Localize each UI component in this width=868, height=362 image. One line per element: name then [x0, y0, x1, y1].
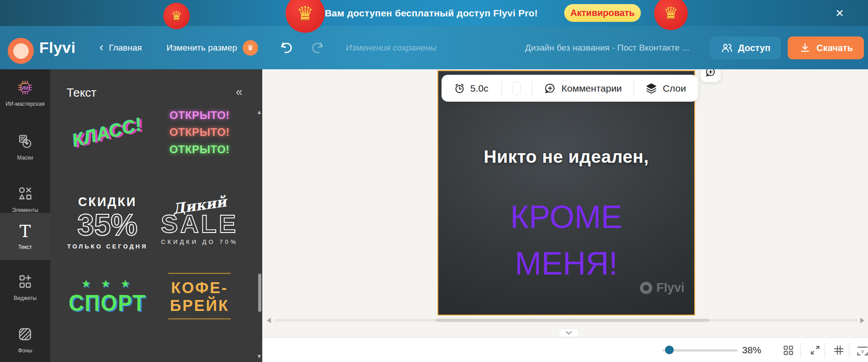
canvas-text-purple[interactable]: КРОМЕ	[438, 199, 694, 235]
bottom-bar-divider	[800, 342, 801, 358]
widgets-icon	[16, 273, 34, 291]
download-label: Скачать	[816, 43, 853, 53]
sidebar-item-masks[interactable]: Маски	[0, 125, 50, 168]
redo-button[interactable]	[309, 26, 326, 69]
bottom-bar: 38% 0	[262, 337, 868, 362]
sidebar-item-label: Элементы	[12, 207, 38, 213]
pages-grid-icon[interactable]	[782, 344, 795, 357]
crown-icon: ♛	[654, 0, 688, 30]
ai-chip-icon: ИИ	[16, 78, 34, 97]
tools-sidebar: ИИ ИИ-мастерская Маски Элементы	[0, 69, 50, 362]
toolbar-divider	[634, 81, 634, 96]
text-stickers-panel: Текст « ▲ ▼ КЛАСС! ОТКРЫТО! ОТКРЫТО! ОТК…	[50, 69, 262, 362]
close-banner-icon[interactable]: ✕	[832, 5, 847, 21]
home-label: Главная	[109, 43, 142, 53]
sticker-klass[interactable]: КЛАСС!	[63, 105, 152, 160]
canvas-text-heading[interactable]: Никто не идеален,	[438, 147, 694, 167]
scroll-right-arrow[interactable]	[860, 318, 864, 323]
zoom-percent: 38%	[742, 338, 761, 362]
design-canvas[interactable]: Никто не идеален, КРОМЕ МЕНЯ! Flyvi	[437, 70, 695, 315]
sticker-text: КЛАСС!	[70, 114, 144, 150]
scroll-left-arrow[interactable]	[267, 318, 271, 323]
pro-crown-icon: ♛	[243, 40, 258, 56]
access-label: Доступ	[738, 43, 770, 53]
grid-toggle-icon[interactable]	[832, 344, 845, 357]
autosave-status: Изменения сохранены	[346, 26, 437, 69]
sidebar-item-label: Маски	[17, 155, 33, 161]
activate-pro-button[interactable]: Активировать	[564, 4, 641, 22]
crown-icon: ♛	[163, 3, 190, 29]
sidebar-item-backgrounds[interactable]: Фоны	[0, 318, 50, 361]
flyvi-logo-icon[interactable]	[8, 38, 34, 64]
timer-icon	[453, 82, 466, 94]
sticker-text: ТОЛЬКО СЕГОДНЯ	[67, 243, 148, 250]
people-icon	[720, 41, 733, 54]
watermark-ring-icon	[640, 282, 652, 294]
sticker-text: ОТКРЫТО!	[169, 141, 229, 158]
download-icon	[799, 41, 811, 54]
sidebar-item-ai-workshop[interactable]: ИИ ИИ-мастерская	[0, 71, 50, 114]
panel-title: Текст	[67, 86, 96, 100]
fill-color-swatch[interactable]	[512, 82, 520, 95]
text-icon: T	[20, 223, 31, 240]
undo-button[interactable]	[278, 26, 295, 69]
svg-text:ИИ: ИИ	[22, 86, 28, 91]
sidebar-item-widgets[interactable]: Виджеты	[0, 265, 50, 309]
canvas-text-purple[interactable]: МЕНЯ!	[438, 245, 694, 282]
canvas-toolbar: 5.0с Комментарии Слои	[442, 75, 698, 102]
backgrounds-icon	[16, 325, 34, 343]
scroll-down-icon[interactable]: ▼	[256, 353, 262, 360]
sticker-sport[interactable]: ★ ★ ★ СПОРТ	[63, 269, 152, 324]
sticker-otkryto[interactable]: ОТКРЫТО! ОТКРЫТО! ОТКРЫТО!	[155, 105, 244, 160]
bottom-bar-divider	[825, 342, 825, 358]
watermark-text: Flyvi	[656, 281, 685, 295]
slide-duration[interactable]: 5.0с	[470, 83, 489, 94]
sticker-text: КОФЕ-	[170, 279, 229, 296]
toolbar-divider	[501, 81, 502, 96]
back-to-home-button[interactable]: ‹ Главная	[99, 26, 142, 69]
sticker-stars: ★ ★ ★	[81, 278, 134, 290]
layers-button[interactable]: Слои	[663, 83, 686, 94]
resize-label: Изменить размер	[166, 43, 237, 53]
undo-icon	[278, 40, 295, 56]
collapse-panel-icon[interactable]: «	[236, 86, 242, 98]
sticker-text: БРЕЙК	[170, 296, 229, 314]
elements-icon	[16, 185, 34, 203]
resize-button[interactable]: Изменить размер ♛	[166, 26, 258, 69]
sticker-text: ОТКРЫТО!	[169, 107, 229, 124]
sticker-text: СКИДКИ ДО 70%	[161, 238, 238, 245]
panel-scrollbar-thumb[interactable]	[258, 274, 261, 312]
sidebar-item-text[interactable]: T Текст	[0, 213, 50, 260]
sticker-text: 35%	[77, 209, 137, 241]
zoom-slider-handle[interactable]	[665, 346, 674, 354]
redo-icon	[309, 40, 326, 56]
chevron-left-icon: ‹	[99, 41, 104, 55]
flyvi-logo-text: Flyvi	[39, 26, 76, 69]
sidebar-item-label: Фоны	[18, 347, 32, 354]
sidebar-item-label: ИИ-мастерская	[5, 101, 45, 107]
flyvi-watermark: Flyvi	[640, 281, 685, 295]
comments-button[interactable]: Комментарии	[561, 83, 622, 94]
sticker-wild-sale[interactable]: Дикий SALE СКИДКИ ДО 70%	[155, 188, 244, 254]
app-header: Flyvi ‹ Главная Изменить размер ♛ Измене…	[0, 26, 868, 69]
ruler-toggle-icon[interactable]: 0	[856, 344, 868, 357]
sidebar-item-label: Виджеты	[14, 295, 36, 301]
horizontal-scrollbar-thumb[interactable]	[436, 319, 709, 322]
sticker-skidki-35[interactable]: СКИДКИ 35% ТОЛЬКО СЕГОДНЯ	[63, 191, 152, 254]
design-title[interactable]: Дизайн без названия - Пост Вконтакте ...	[525, 26, 689, 69]
sticker-text: СКИДКИ	[78, 195, 137, 209]
flyvi-logo-inner-circle	[13, 43, 29, 59]
sticker-text: СПОРТ	[68, 290, 146, 316]
promo-message: Вам доступен бесплатный доступ Flyvi Pro…	[325, 0, 538, 26]
chevron-down-icon	[566, 331, 572, 335]
download-button[interactable]: Скачать	[788, 36, 864, 59]
sidebar-item-label: Текст	[18, 244, 32, 250]
scroll-up-icon[interactable]: ▲	[256, 109, 262, 115]
fullscreen-icon[interactable]	[809, 344, 821, 357]
toolbar-divider	[532, 81, 532, 96]
collapse-timeline-button[interactable]	[559, 329, 579, 337]
add-comment-icon	[544, 82, 556, 95]
sticker-coffee-break[interactable]: КОФЕ- БРЕЙК	[155, 269, 244, 324]
share-access-button[interactable]: Доступ	[710, 36, 781, 59]
bottom-bar-divider	[849, 342, 849, 358]
